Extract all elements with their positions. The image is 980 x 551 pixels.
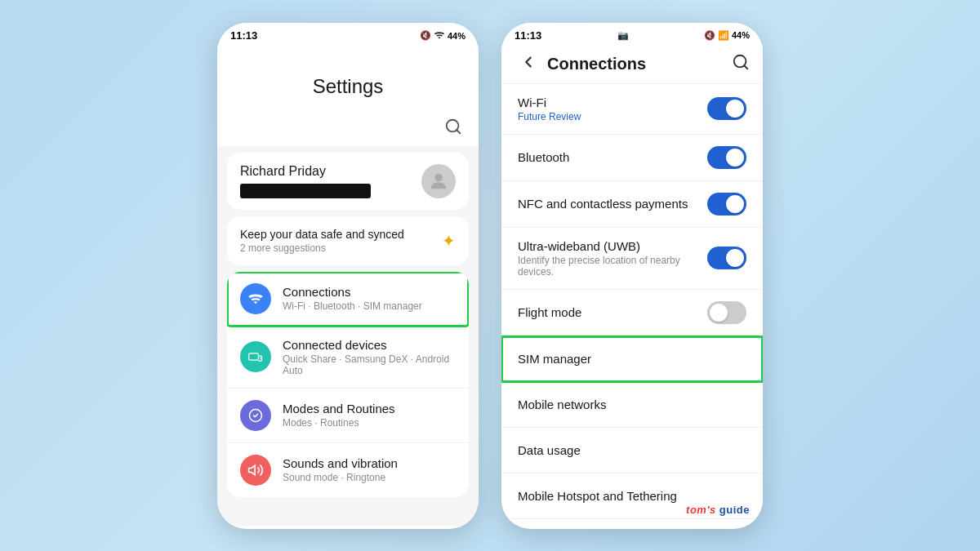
sounds-icon: [240, 455, 271, 486]
sounds-label: Sounds and vibration: [283, 456, 456, 470]
conn-item-wifi[interactable]: Wi-Fi Future Review: [501, 84, 763, 135]
wifi-label: Wi-Fi: [518, 96, 707, 109]
left-content: Settings Richard Priday Keep your data s…: [217, 46, 479, 526]
conn-item-mobile-networks[interactable]: Mobile networks: [501, 382, 763, 428]
watermark: tom's guide: [686, 504, 750, 516]
connections-list: Wi-Fi Future Review Bluetooth NFC and co…: [501, 84, 763, 525]
connected-devices-label: Connected devices: [283, 338, 456, 352]
svg-point-2: [434, 173, 442, 180]
profile-email-redacted: [240, 184, 371, 198]
right-camera-icon: 📷: [617, 30, 629, 41]
left-status-icons: 🔇 44%: [420, 29, 466, 42]
profile-card[interactable]: Richard Priday: [227, 153, 469, 210]
profile-name: Richard Priday: [240, 164, 412, 179]
uwb-toggle[interactable]: [707, 247, 746, 269]
watermark-brand: tom's: [686, 504, 716, 516]
uwb-sub: Identify the precise location of nearby …: [518, 255, 707, 278]
conn-item-nfc[interactable]: NFC and contactless payments: [501, 181, 763, 228]
connections-text: Connections Wi-Fi · Bluetooth · SIM mana…: [283, 285, 456, 312]
back-button[interactable]: [514, 53, 542, 75]
conn-item-sim-manager[interactable]: SIM manager: [501, 336, 763, 382]
sim-manager-label: SIM manager: [518, 352, 746, 366]
left-status-bar: 11:13 🔇 44%: [217, 23, 479, 46]
flight-mode-toggle[interactable]: [707, 301, 746, 324]
nfc-text: NFC and contactless payments: [518, 197, 707, 211]
bluetooth-toggle[interactable]: [707, 146, 746, 169]
uwb-label: Ultra-wideband (UWB): [518, 239, 707, 253]
menu-item-modes[interactable]: Modes and Routines Modes · Routines: [227, 389, 469, 443]
suggestion-card[interactable]: Keep your data safe and synced 2 more su…: [227, 216, 469, 265]
conn-item-more-settings[interactable]: More connection settings: [501, 519, 763, 525]
mobile-networks-text: Mobile networks: [518, 398, 746, 411]
modes-sub: Modes · Routines: [283, 417, 456, 429]
suggestion-title: Keep your data safe and synced: [240, 228, 404, 241]
menu-item-connected-devices[interactable]: Connected devices Quick Share · Samsung …: [227, 327, 469, 389]
wifi-text: Wi-Fi Future Review: [518, 96, 707, 122]
right-phone: 11:13 📷 🔇 📶 44% Connections Wi-Fi Fu: [501, 23, 763, 529]
connected-devices-text: Connected devices Quick Share · Samsung …: [283, 338, 456, 376]
mobile-networks-label: Mobile networks: [518, 398, 746, 411]
menu-item-connections[interactable]: Connections Wi-Fi · Bluetooth · SIM mana…: [227, 272, 469, 327]
data-usage-text: Data usage: [518, 443, 746, 457]
sounds-sub: Sound mode · Ringtone: [283, 472, 456, 483]
connections-title: Connections: [547, 55, 732, 73]
nfc-toggle[interactable]: [707, 193, 746, 216]
left-phone: 11:13 🔇 44% Settings Richard Priday: [217, 23, 479, 529]
conn-item-flight-mode[interactable]: Flight mode: [501, 290, 763, 336]
profile-info: Richard Priday: [240, 164, 412, 198]
svg-line-1: [457, 130, 460, 133]
avatar: [421, 164, 456, 198]
conn-item-data-usage[interactable]: Data usage: [501, 428, 763, 473]
hotspot-text: Mobile Hotspot and Tethering: [518, 489, 746, 503]
wifi-sub: Future Review: [518, 111, 707, 122]
data-usage-label: Data usage: [518, 443, 746, 457]
right-status-icons: 🔇 📶 44%: [704, 30, 750, 41]
connections-sub: Wi-Fi · Bluetooth · SIM manager: [283, 300, 456, 312]
bluetooth-text: Bluetooth: [518, 150, 707, 164]
conn-item-uwb[interactable]: Ultra-wideband (UWB) Identify the precis…: [501, 228, 763, 290]
mute-icon: 🔇: [420, 30, 431, 41]
search-row: [217, 111, 479, 146]
hotspot-label: Mobile Hotspot and Tethering: [518, 489, 746, 503]
right-content: Connections Wi-Fi Future Review Bluetoot…: [501, 45, 763, 525]
right-signal-icon: 📶: [718, 30, 729, 41]
suggestion-subtitle: 2 more suggestions: [240, 242, 404, 254]
settings-menu-list: Connections Wi-Fi · Bluetooth · SIM mana…: [227, 272, 469, 497]
sparkle-icon: ✦: [442, 231, 456, 251]
svg-rect-3: [249, 353, 259, 360]
connections-header: Connections: [501, 45, 763, 84]
uwb-text: Ultra-wideband (UWB) Identify the precis…: [518, 239, 707, 278]
settings-title: Settings: [217, 46, 479, 111]
modes-text: Modes and Routines Modes · Routines: [283, 402, 456, 429]
menu-item-sounds[interactable]: Sounds and vibration Sound mode · Ringto…: [227, 443, 469, 497]
sim-manager-text: SIM manager: [518, 352, 746, 366]
connections-search-button[interactable]: [732, 53, 750, 75]
watermark-suffix: guide: [719, 504, 750, 516]
modes-icon: [240, 400, 271, 431]
svg-point-4: [260, 358, 261, 359]
connected-devices-sub: Quick Share · Samsung DeX · Android Auto: [283, 353, 456, 376]
connected-devices-icon: [240, 341, 271, 372]
connections-icon: [240, 283, 271, 314]
battery-status: 44%: [448, 31, 466, 41]
svg-line-6: [744, 65, 747, 69]
right-status-bar: 11:13 📷 🔇 📶 44%: [501, 23, 763, 45]
settings-search-button[interactable]: [444, 118, 462, 140]
wifi-status-icon: [434, 29, 445, 42]
right-battery: 44%: [732, 30, 750, 40]
modes-label: Modes and Routines: [283, 402, 456, 415]
right-mute-icon: 🔇: [704, 30, 715, 41]
wifi-toggle[interactable]: [707, 97, 746, 120]
nfc-label: NFC and contactless payments: [518, 197, 707, 211]
sounds-text: Sounds and vibration Sound mode · Ringto…: [283, 456, 456, 483]
flight-mode-label: Flight mode: [518, 305, 707, 319]
left-status-time: 11:13: [230, 29, 257, 42]
bluetooth-label: Bluetooth: [518, 150, 707, 164]
flight-mode-text: Flight mode: [518, 305, 707, 319]
conn-item-bluetooth[interactable]: Bluetooth: [501, 135, 763, 181]
connections-label: Connections: [283, 285, 456, 299]
right-status-time: 11:13: [514, 29, 541, 42]
